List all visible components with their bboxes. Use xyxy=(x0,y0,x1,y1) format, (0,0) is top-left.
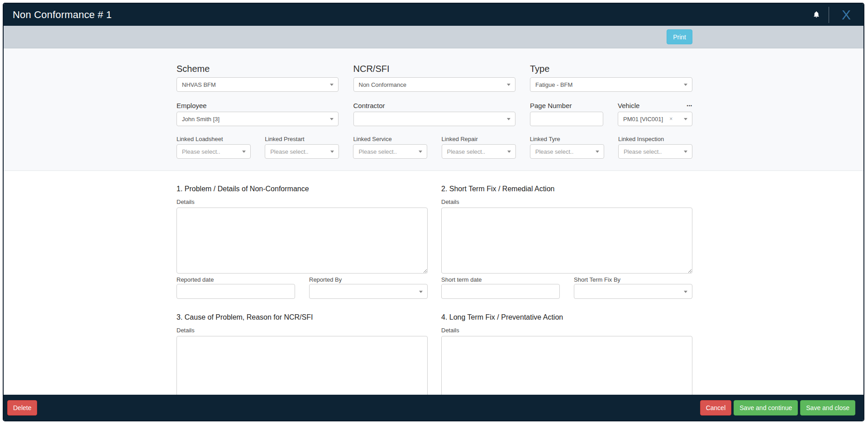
cause-details-textarea[interactable] xyxy=(176,336,428,395)
type-select[interactable]: Fatigue - BFM xyxy=(530,77,692,92)
vehicle-select[interactable]: PM01 [VIC001] × xyxy=(618,112,692,126)
footer-actions: Cancel Save and continue Save and close xyxy=(700,400,855,416)
page: Non Conformance # 1 X Print xyxy=(0,0,868,425)
short-term-date-input[interactable] xyxy=(441,284,560,299)
short-term-date-label: Short term date xyxy=(441,276,560,283)
section-short-term-fix: 2. Short Term Fix / Remedial Action Deta… xyxy=(441,185,692,299)
type-value: Fatigue - BFM xyxy=(535,81,572,88)
contractor-label: Contractor xyxy=(353,102,515,109)
page-vehicle-group: Page Number Vehicle ••• PM01 [VIC001] xyxy=(530,102,692,126)
non-conformance-modal: Non Conformance # 1 X Print xyxy=(3,3,864,421)
caret-down-icon xyxy=(684,84,687,86)
cancel-button[interactable]: Cancel xyxy=(700,400,732,416)
modal-title: Non Conformance # 1 xyxy=(13,9,112,21)
toolbar: Print xyxy=(4,26,863,48)
employee-group: Employee John Smith [3] xyxy=(176,102,339,126)
section-cause-heading: 3. Cause of Problem, Reason for NCR/SFI xyxy=(176,313,428,321)
save-and-close-button[interactable]: Save and close xyxy=(800,400,855,416)
short-term-fix-by-group: Short Term Fix By xyxy=(574,276,692,299)
page-number-group: Page Number xyxy=(530,102,603,126)
save-and-continue-button[interactable]: Save and continue xyxy=(734,400,798,416)
more-options-icon[interactable]: ••• xyxy=(687,102,692,109)
linked-prestart-group: Linked Prestart Please select.. xyxy=(265,136,339,159)
linked-service-label: Linked Service xyxy=(353,136,427,142)
scheme-row: Scheme NHVAS BFM NCR/SFI Non Conformance xyxy=(176,48,692,92)
ncr-sfi-label: NCR/SFI xyxy=(353,64,515,74)
section-problem: 1. Problem / Details of Non-Conformance … xyxy=(176,185,428,299)
linked-tyre-group: Linked Tyre Please select.. xyxy=(530,136,604,159)
linked-tyre-select[interactable]: Please select.. xyxy=(530,144,604,159)
print-button[interactable]: Print xyxy=(667,29,692,44)
header-divider xyxy=(829,7,829,23)
caret-down-icon xyxy=(330,151,334,153)
employee-row: Employee John Smith [3] Contractor xyxy=(176,102,692,126)
linked-loadsheet-label: Linked Loadsheet xyxy=(176,136,251,142)
vehicle-group: Vehicle ••• PM01 [VIC001] × xyxy=(618,102,692,126)
linked-loadsheet-select[interactable]: Please select.. xyxy=(176,144,251,159)
linked-inspection-placeholder: Please select.. xyxy=(624,148,662,155)
notification-bell-button[interactable] xyxy=(809,7,824,23)
linked-repair-label: Linked Repair xyxy=(442,136,516,142)
remove-vehicle-icon[interactable]: × xyxy=(669,116,672,122)
sections-row-2: 3. Cause of Problem, Reason for NCR/SFI … xyxy=(176,313,692,395)
caret-down-icon xyxy=(419,151,422,153)
fields-panel: Scheme NHVAS BFM NCR/SFI Non Conformance xyxy=(4,48,863,171)
page-number-input[interactable] xyxy=(530,112,603,126)
close-icon[interactable]: X xyxy=(835,8,857,22)
linked-prestart-select[interactable]: Please select.. xyxy=(265,144,339,159)
modal-footer: Delete Cancel Save and continue Save and… xyxy=(4,395,863,420)
scheme-select[interactable]: NHVAS BFM xyxy=(176,77,339,92)
page-number-label: Page Number xyxy=(530,102,603,109)
ncr-sfi-select[interactable]: Non Conformance xyxy=(353,77,515,92)
short-term-details-textarea[interactable] xyxy=(441,208,692,274)
linked-prestart-placeholder: Please select.. xyxy=(270,148,309,155)
short-term-fix-by-select[interactable] xyxy=(574,284,692,299)
short-term-fix-by-label: Short Term Fix By xyxy=(574,276,692,283)
linked-inspection-group: Linked Inspection Please select.. xyxy=(618,136,692,159)
section-problem-heading: 1. Problem / Details of Non-Conformance xyxy=(176,185,428,193)
reported-date-label: Reported date xyxy=(176,276,295,283)
reported-by-select[interactable] xyxy=(309,284,428,299)
linked-repair-group: Linked Repair Please select.. xyxy=(442,136,516,159)
linked-tyre-placeholder: Please select.. xyxy=(535,148,574,155)
caret-down-icon xyxy=(684,291,687,293)
caret-down-icon xyxy=(684,118,687,120)
caret-down-icon xyxy=(596,151,599,153)
delete-button[interactable]: Delete xyxy=(7,400,37,416)
section-long-term-fix: 4. Long Term Fix / Preventative Action D… xyxy=(441,313,692,395)
caret-down-icon xyxy=(507,151,511,153)
employee-select[interactable]: John Smith [3] xyxy=(176,112,339,126)
contractor-select[interactable] xyxy=(353,112,515,126)
ncr-sfi-group: NCR/SFI Non Conformance xyxy=(353,64,515,92)
linked-inspection-select[interactable]: Please select.. xyxy=(618,144,692,159)
contractor-group: Contractor xyxy=(353,102,515,126)
toolbar-inner: Print xyxy=(176,26,692,48)
reported-date-input[interactable] xyxy=(176,284,295,299)
linked-repair-placeholder: Please select.. xyxy=(447,148,486,155)
caret-down-icon xyxy=(419,291,423,293)
problem-details-textarea[interactable] xyxy=(176,208,428,274)
bell-icon xyxy=(813,11,820,19)
linked-service-select[interactable]: Please select.. xyxy=(353,144,427,159)
scheme-group: Scheme NHVAS BFM xyxy=(176,64,339,92)
caret-down-icon xyxy=(242,151,246,153)
modal-body: Scheme NHVAS BFM NCR/SFI Non Conformance xyxy=(4,48,863,395)
linked-service-group: Linked Service Please select.. xyxy=(353,136,427,159)
linked-prestart-label: Linked Prestart xyxy=(265,136,339,142)
linked-inspection-label: Linked Inspection xyxy=(618,136,692,142)
long-term-details-label: Details xyxy=(441,327,692,334)
long-term-details-textarea[interactable] xyxy=(441,336,692,395)
sections-row-1: 1. Problem / Details of Non-Conformance … xyxy=(176,185,692,299)
employee-label: Employee xyxy=(176,102,339,109)
section-short-term-heading: 2. Short Term Fix / Remedial Action xyxy=(441,185,692,193)
linked-loadsheet-placeholder: Please select.. xyxy=(182,148,220,155)
reported-date-group: Reported date xyxy=(176,276,295,299)
section-long-term-heading: 4. Long Term Fix / Preventative Action xyxy=(441,313,692,321)
linked-row: Linked Loadsheet Please select.. Linked … xyxy=(176,136,692,159)
linked-repair-select[interactable]: Please select.. xyxy=(442,144,516,159)
short-term-details-label: Details xyxy=(441,198,692,205)
scheme-value: NHVAS BFM xyxy=(182,81,216,88)
ncr-sfi-value: Non Conformance xyxy=(359,81,407,88)
scheme-label: Scheme xyxy=(176,64,339,74)
section-cause: 3. Cause of Problem, Reason for NCR/SFI … xyxy=(176,313,428,395)
